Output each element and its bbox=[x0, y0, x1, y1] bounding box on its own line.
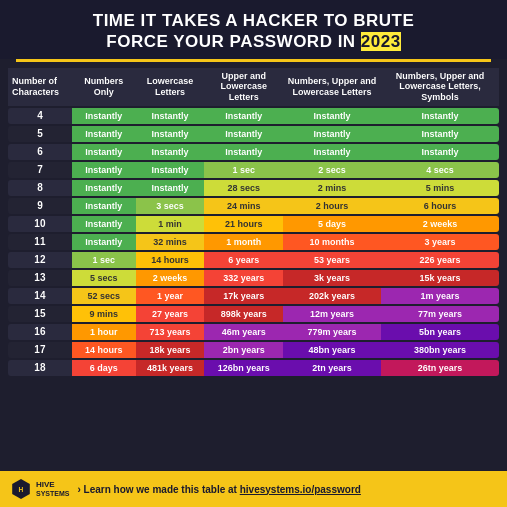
table-row: 9Instantly3 secs24 mins2 hours6 hours bbox=[8, 198, 499, 214]
data-cell: Instantly bbox=[72, 198, 136, 214]
hive-systems-label: HIVE SYSTEMS bbox=[36, 481, 69, 497]
data-cell: 226 years bbox=[381, 252, 499, 268]
hive-logo-icon: H bbox=[10, 478, 32, 500]
data-cell: 77m years bbox=[381, 306, 499, 322]
data-cell: Instantly bbox=[136, 126, 205, 142]
char-count-cell: 7 bbox=[8, 162, 72, 178]
char-count-cell: 8 bbox=[8, 180, 72, 196]
data-cell: 24 mins bbox=[204, 198, 283, 214]
data-cell: Instantly bbox=[381, 108, 499, 124]
char-count-cell: 10 bbox=[8, 216, 72, 232]
data-cell: 5bn years bbox=[381, 324, 499, 340]
data-cell: 5 mins bbox=[381, 180, 499, 196]
data-cell: 1m years bbox=[381, 288, 499, 304]
data-cell: Instantly bbox=[204, 126, 283, 142]
data-cell: 481k years bbox=[136, 360, 205, 376]
data-cell: 1 year bbox=[136, 288, 205, 304]
data-cell: 52 secs bbox=[72, 288, 136, 304]
table-row: 6InstantlyInstantlyInstantlyInstantlyIns… bbox=[8, 144, 499, 160]
data-cell: Instantly bbox=[136, 108, 205, 124]
char-count-cell: 14 bbox=[8, 288, 72, 304]
char-count-cell: 11 bbox=[8, 234, 72, 250]
table-wrapper: Number of Characters Numbers Only Lowerc… bbox=[0, 66, 507, 472]
data-cell: 1 hour bbox=[72, 324, 136, 340]
data-cell: Instantly bbox=[204, 108, 283, 124]
data-cell: 2 weeks bbox=[381, 216, 499, 232]
char-count-cell: 6 bbox=[8, 144, 72, 160]
data-cell: Instantly bbox=[381, 126, 499, 142]
data-cell: 6 days bbox=[72, 360, 136, 376]
data-cell: 18k years bbox=[136, 342, 205, 358]
data-cell: 2tn years bbox=[283, 360, 381, 376]
char-count-cell: 16 bbox=[8, 324, 72, 340]
char-count-cell: 4 bbox=[8, 108, 72, 124]
data-cell: 46m years bbox=[204, 324, 283, 340]
table-row: 8InstantlyInstantly28 secs2 mins5 mins bbox=[8, 180, 499, 196]
col-header-all: Numbers, Upper and Lowercase Letters, Sy… bbox=[381, 68, 499, 106]
data-cell: 898k years bbox=[204, 306, 283, 322]
data-cell: 2 weeks bbox=[136, 270, 205, 286]
col-header-chars: Number of Characters bbox=[8, 68, 72, 106]
table-row: 186 days481k years126bn years2tn years26… bbox=[8, 360, 499, 376]
data-cell: 5 days bbox=[283, 216, 381, 232]
svg-text:H: H bbox=[19, 486, 24, 493]
data-cell: 332 years bbox=[204, 270, 283, 286]
data-cell: 3 secs bbox=[136, 198, 205, 214]
divider bbox=[16, 59, 491, 62]
data-cell: Instantly bbox=[72, 180, 136, 196]
table-row: 121 sec14 hours6 years53 years226 years bbox=[8, 252, 499, 268]
char-count-cell: 13 bbox=[8, 270, 72, 286]
data-cell: Instantly bbox=[136, 162, 205, 178]
char-count-cell: 17 bbox=[8, 342, 72, 358]
data-cell: 6 hours bbox=[381, 198, 499, 214]
data-cell: 3k years bbox=[283, 270, 381, 286]
col-header-lower: Lowercase Letters bbox=[136, 68, 205, 106]
table-row: 7InstantlyInstantly1 sec2 secs4 secs bbox=[8, 162, 499, 178]
data-cell: Instantly bbox=[72, 126, 136, 142]
data-cell: 5 secs bbox=[72, 270, 136, 286]
footer-cta[interactable]: › Learn how we made this table at hivesy… bbox=[77, 484, 497, 495]
table-row: 161 hour713 years46m years779m years5bn … bbox=[8, 324, 499, 340]
table-row: 159 mins27 years898k years12m years77m y… bbox=[8, 306, 499, 322]
data-cell: 6 years bbox=[204, 252, 283, 268]
data-cell: Instantly bbox=[283, 108, 381, 124]
data-cell: Instantly bbox=[136, 180, 205, 196]
col-header-num-upper-lower: Numbers, Upper and Lowercase Letters bbox=[283, 68, 381, 106]
data-cell: 713 years bbox=[136, 324, 205, 340]
table-header-row: Number of Characters Numbers Only Lowerc… bbox=[8, 68, 499, 106]
table-row: 4InstantlyInstantlyInstantlyInstantlyIns… bbox=[8, 108, 499, 124]
data-cell: 1 sec bbox=[204, 162, 283, 178]
data-cell: 4 secs bbox=[381, 162, 499, 178]
table-row: 5InstantlyInstantlyInstantlyInstantlyIns… bbox=[8, 126, 499, 142]
footer-logo: H HIVE SYSTEMS bbox=[10, 478, 69, 500]
data-cell: 126bn years bbox=[204, 360, 283, 376]
char-count-cell: 12 bbox=[8, 252, 72, 268]
data-cell: 9 mins bbox=[72, 306, 136, 322]
data-cell: 3 years bbox=[381, 234, 499, 250]
footer: H HIVE SYSTEMS › Learn how we made this … bbox=[0, 471, 507, 507]
char-count-cell: 18 bbox=[8, 360, 72, 376]
data-cell: 2 hours bbox=[283, 198, 381, 214]
title: TIME IT TAKES A HACKER TO BRUTE FORCE YO… bbox=[16, 10, 491, 53]
data-cell: 17k years bbox=[204, 288, 283, 304]
data-cell: 2bn years bbox=[204, 342, 283, 358]
char-count-cell: 9 bbox=[8, 198, 72, 214]
data-cell: Instantly bbox=[381, 144, 499, 160]
data-cell: 14 hours bbox=[136, 252, 205, 268]
data-cell: Instantly bbox=[204, 144, 283, 160]
data-cell: Instantly bbox=[72, 108, 136, 124]
password-table: Number of Characters Numbers Only Lowerc… bbox=[8, 66, 499, 378]
data-cell: 10 months bbox=[283, 234, 381, 250]
data-cell: 2 mins bbox=[283, 180, 381, 196]
data-cell: Instantly bbox=[72, 216, 136, 232]
table-body: 4InstantlyInstantlyInstantlyInstantlyIns… bbox=[8, 108, 499, 376]
table-row: 135 secs2 weeks332 years3k years15k year… bbox=[8, 270, 499, 286]
table-row: 1452 secs1 year17k years202k years1m yea… bbox=[8, 288, 499, 304]
data-cell: 28 secs bbox=[204, 180, 283, 196]
data-cell: 15k years bbox=[381, 270, 499, 286]
data-cell: 26tn years bbox=[381, 360, 499, 376]
data-cell: 1 sec bbox=[72, 252, 136, 268]
data-cell: 32 mins bbox=[136, 234, 205, 250]
data-cell: 12m years bbox=[283, 306, 381, 322]
table-row: 11Instantly32 mins1 month10 months3 year… bbox=[8, 234, 499, 250]
